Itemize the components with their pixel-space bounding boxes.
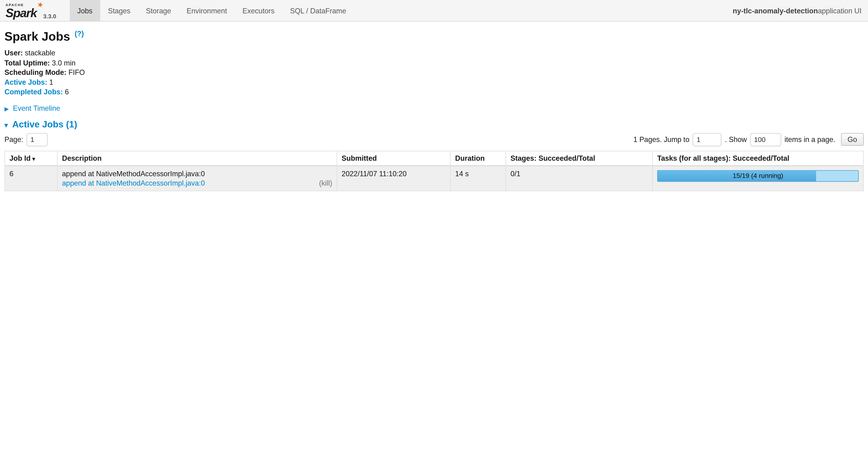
- help-link[interactable]: (?): [74, 29, 84, 37]
- page-label: Page:: [4, 135, 23, 144]
- tab-environment[interactable]: Environment: [179, 0, 235, 21]
- application-name: ny-tlc-anomaly-detection: [733, 6, 818, 15]
- spark-version: 3.3.0: [43, 13, 56, 19]
- task-progress-bar: 15/19 (4 running): [657, 170, 859, 182]
- page-number-input[interactable]: [27, 133, 48, 146]
- tab-stages[interactable]: Stages: [100, 0, 138, 21]
- job-description: append at NativeMethodAccessorImpl.java:…: [62, 169, 332, 178]
- items-text: items in a page.: [784, 135, 835, 144]
- application-title: ny-tlc-anomaly-detection application UI: [733, 0, 868, 21]
- logo-spark-text: Spark: [6, 6, 37, 20]
- job-description-cell: append at NativeMethodAccessorImpl.java:…: [57, 166, 337, 191]
- job-duration: 14 s: [450, 166, 506, 191]
- completed-jobs-link[interactable]: Completed Jobs:: [4, 88, 63, 96]
- page-title: Spark Jobs (?): [4, 29, 864, 44]
- tab-sql-dataframe[interactable]: SQL / DataFrame: [282, 0, 354, 21]
- show-text: . Show: [725, 135, 747, 144]
- nav-tabs: Jobs Stages Storage Environment Executor…: [69, 0, 354, 21]
- kill-link[interactable]: (kill): [319, 179, 332, 187]
- summary-user: User: stackable: [4, 48, 864, 58]
- items-per-page-input[interactable]: [750, 133, 781, 146]
- expand-arrow-icon: ▶: [4, 106, 9, 112]
- task-progress-label: 15/19 (4 running): [658, 171, 858, 181]
- job-row: 6 append at NativeMethodAccessorImpl.jav…: [5, 166, 863, 191]
- col-job-id[interactable]: Job Id▾: [5, 151, 57, 166]
- event-timeline-toggle[interactable]: ▶ Event Timeline: [4, 104, 864, 112]
- job-summary: User: stackable Total Uptime: 3.0 min Sc…: [4, 48, 864, 97]
- job-description-link[interactable]: append at NativeMethodAccessorImpl.java:…: [62, 179, 205, 187]
- jump-to-page-input[interactable]: [693, 133, 721, 146]
- tab-executors[interactable]: Executors: [235, 0, 282, 21]
- spark-jobs-page: APACHE Spark ★ 3.3.0 Jobs Stages Storage…: [0, 0, 868, 193]
- spark-logo[interactable]: APACHE Spark ★ 3.3.0: [0, 0, 62, 21]
- collapse-arrow-icon: ▾: [4, 121, 8, 129]
- col-submitted[interactable]: Submitted: [337, 151, 450, 166]
- active-jobs-link[interactable]: Active Jobs:: [4, 78, 48, 86]
- summary-uptime: Total Uptime: 3.0 min: [4, 58, 864, 68]
- active-jobs-table: Job Id▾ Description Submitted Duration S…: [4, 151, 864, 191]
- col-tasks[interactable]: Tasks (for all stages): Succeeded/Total: [653, 151, 864, 166]
- summary-scheduling-mode: Scheduling Mode: FIFO: [4, 68, 864, 78]
- job-tasks-cell: 15/19 (4 running): [653, 166, 864, 191]
- spark-star-icon: ★: [36, 0, 44, 9]
- summary-completed-jobs: Completed Jobs: 6: [4, 87, 864, 97]
- pages-jump-text: 1 Pages. Jump to: [633, 135, 689, 144]
- table-header-row: Job Id▾ Description Submitted Duration S…: [5, 151, 863, 166]
- job-stages: 0/1: [506, 166, 653, 191]
- col-description[interactable]: Description: [57, 151, 337, 166]
- tab-storage[interactable]: Storage: [138, 0, 179, 21]
- col-duration[interactable]: Duration: [450, 151, 506, 166]
- active-jobs-heading[interactable]: ▾ Active Jobs (1): [4, 119, 864, 130]
- go-button[interactable]: Go: [841, 133, 864, 146]
- application-ui-suffix: application UI: [818, 6, 862, 15]
- job-submitted: 2022/11/07 11:10:20: [337, 166, 450, 191]
- sort-desc-icon: ▾: [32, 155, 35, 162]
- navbar: APACHE Spark ★ 3.3.0 Jobs Stages Storage…: [0, 0, 868, 22]
- job-id-cell: 6: [5, 166, 57, 191]
- summary-active-jobs: Active Jobs: 1: [4, 78, 864, 87]
- tab-jobs[interactable]: Jobs: [69, 0, 100, 21]
- pagination-bar: Page: 1 Pages. Jump to . Show items in a…: [4, 133, 864, 146]
- col-stages[interactable]: Stages: Succeeded/Total: [506, 151, 653, 166]
